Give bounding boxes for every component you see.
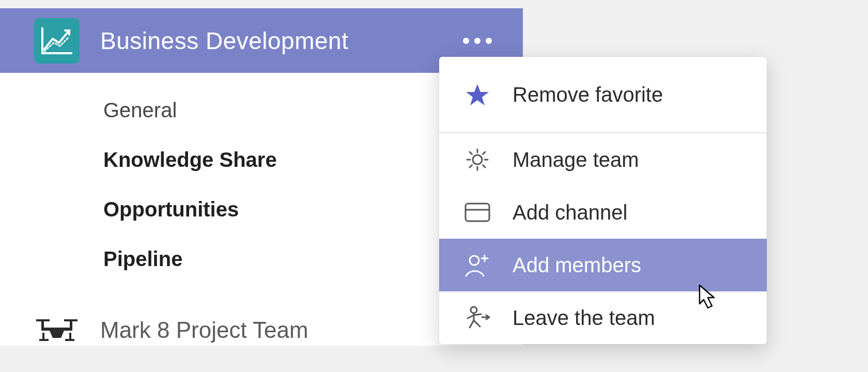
more-dots-icon xyxy=(474,38,481,44)
svg-rect-5 xyxy=(70,320,72,329)
add-person-icon xyxy=(462,252,493,278)
menu-label: Manage team xyxy=(513,148,639,172)
menu-label: Leave the team xyxy=(513,306,655,330)
svg-point-15 xyxy=(471,307,477,313)
menu-item-add-channel[interactable]: Add channel xyxy=(439,186,767,239)
svg-rect-4 xyxy=(41,320,44,329)
svg-point-11 xyxy=(473,155,482,164)
more-dots-icon xyxy=(463,38,469,44)
chart-growth-icon xyxy=(34,18,80,64)
leave-icon xyxy=(462,305,493,331)
team-title-secondary: Mark 8 Project Team xyxy=(100,317,308,343)
menu-label: Add members xyxy=(513,254,641,277)
menu-item-add-members[interactable]: Add members xyxy=(439,239,767,291)
team-title: Business Development xyxy=(100,27,348,55)
svg-rect-0 xyxy=(41,52,72,54)
star-icon xyxy=(462,82,493,107)
svg-rect-9 xyxy=(42,333,44,340)
drone-icon xyxy=(34,315,80,346)
svg-rect-6 xyxy=(41,328,72,331)
team-context-menu: Remove favorite Manage team Add channel xyxy=(439,57,767,344)
svg-rect-1 xyxy=(41,27,43,54)
menu-item-leave-team[interactable]: Leave the team xyxy=(439,291,767,344)
menu-label: Add channel xyxy=(513,201,627,224)
menu-item-manage-team[interactable]: Manage team xyxy=(439,133,767,186)
card-icon xyxy=(462,199,493,225)
svg-rect-12 xyxy=(466,204,489,221)
gear-icon xyxy=(462,147,493,173)
menu-item-remove-favorite[interactable]: Remove favorite xyxy=(439,57,767,133)
svg-point-14 xyxy=(470,256,479,265)
menu-label: Remove favorite xyxy=(513,83,663,106)
more-dots-icon xyxy=(486,38,492,44)
svg-rect-10 xyxy=(69,333,71,340)
